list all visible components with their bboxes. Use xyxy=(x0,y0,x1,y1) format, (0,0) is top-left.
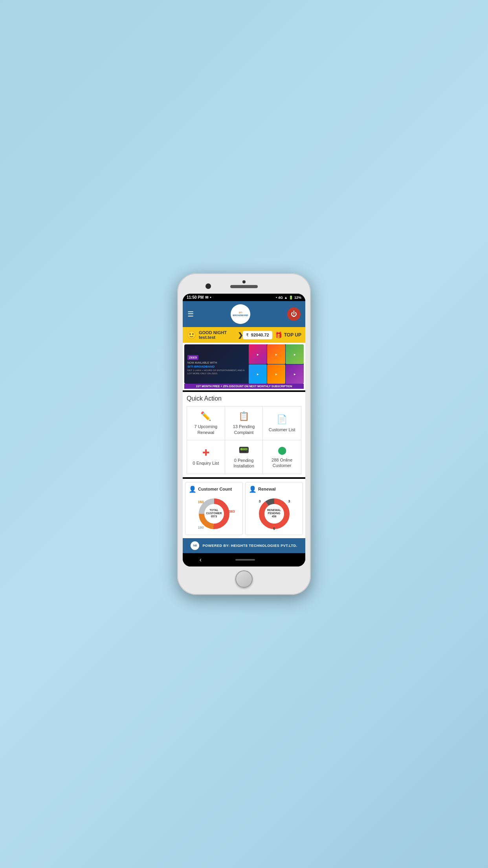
balance-section: ₹ 92040.72 xyxy=(243,331,272,339)
renewal-chart: 👤 Renewal RENEWAL PENDING 458 3 3 5 xyxy=(245,482,303,535)
customer-count-chart: 👤 Customer Count TOTAL CUSTOMER 0573 xyxy=(185,482,243,535)
complaint-icon: 📋 xyxy=(238,411,249,421)
signal-icon: ▲ xyxy=(284,296,288,300)
wallet-icon: 🎁 xyxy=(275,331,283,339)
power-button[interactable]: ⏻ xyxy=(287,307,301,321)
banner-available-text: NOW AVAILABLE WITH xyxy=(187,361,246,364)
quick-action-section: Quick Action ✏️ 7 UpcomingRenewal 📋 13 P… xyxy=(183,392,305,477)
promotion-banner: ZEE5 NOW AVAILABLE WITH SITI BROADBAND G… xyxy=(183,343,305,390)
renewal-label-3-right: 3 xyxy=(288,499,290,503)
renewal-label-3-left: 3 xyxy=(259,499,261,503)
action-upcoming-renewal[interactable]: ✏️ 7 UpcomingRenewal xyxy=(187,406,225,440)
footer-logo: h8 xyxy=(191,541,199,550)
customer-count-label-383: 383 xyxy=(229,509,235,513)
renewal-donut: RENEWAL PENDING 458 3 3 5 xyxy=(257,496,292,531)
online-indicator-icon: ⬤ xyxy=(278,445,286,455)
pencil-icon: ✏️ xyxy=(200,411,211,421)
action-grid: ✏️ 7 UpcomingRenewal 📋 13 PendingComplai… xyxy=(187,406,301,474)
customer-count-center: TOTAL CUSTOMER 0573 xyxy=(206,509,222,519)
nav-bar: ‹ xyxy=(183,553,305,566)
pending-complaint-label: 13 PendingComplaint xyxy=(233,424,255,435)
smiley-icon: 🙂 xyxy=(187,330,196,340)
status-dot: • xyxy=(210,295,211,300)
banner-left-content: ZEE5 NOW AVAILABLE WITH SITI BROADBAND G… xyxy=(184,350,249,379)
greeting-arrow-icon: ❯ xyxy=(238,331,243,339)
topup-label: TOP UP xyxy=(284,332,301,338)
menu-button[interactable]: ☰ xyxy=(187,310,194,318)
renewal-label-5: 5 xyxy=(273,527,275,531)
banner-image: ZEE5 NOW AVAILABLE WITH SITI BROADBAND G… xyxy=(184,344,304,384)
status-time: 11:50 PM xyxy=(187,295,204,300)
app-header: ☰ SITI BROADBAND ⏻ xyxy=(183,301,305,327)
banner-thumb-6: ▶ xyxy=(286,364,304,384)
action-pending-complaint[interactable]: 📋 13 PendingComplaint xyxy=(225,406,263,440)
banner-thumb-1: ▶ xyxy=(249,344,267,364)
greeting-bar: 🙂 GOOD NIGHT test.test ❯ ₹ 92040.72 🎁 TO… xyxy=(183,327,305,343)
plus-icon: ✚ xyxy=(202,448,209,458)
banner-thumb-2: ▶ xyxy=(267,344,285,364)
balance-amount: 92040.72 xyxy=(251,333,269,337)
banner-thumb-3: ▶ xyxy=(286,344,304,364)
app-logo: SITI BROADBAND xyxy=(231,304,250,324)
back-button[interactable]: ‹ xyxy=(200,556,202,563)
customer-count-person-icon: 👤 xyxy=(189,485,196,493)
customer-list-label: Customer List xyxy=(269,427,295,432)
customer-count-donut: TOTAL CUSTOMER 0573 383 183 190 xyxy=(196,496,232,531)
quick-action-title: Quick Action xyxy=(187,395,301,402)
banner-footer-text: 1ST MONTH FREE + 25% DISCOUNT ON NEXT MO… xyxy=(184,384,304,389)
online-customer-label: 288 OnlineCustomer xyxy=(272,457,292,469)
banner-right-thumbnails: ▶ ▶ ▶ ▶ ▶ ▶ xyxy=(249,344,304,384)
battery-percent: 12% xyxy=(294,296,301,300)
footer-powered-text: POWERED BY: HEIGHT8 TECHNOLOGIES PVT.LTD… xyxy=(202,544,297,548)
upcoming-renewal-label: 7 UpcomingRenewal xyxy=(194,424,217,435)
topup-button[interactable]: 🎁 TOP UP xyxy=(275,331,301,339)
customer-count-label-183: 183 xyxy=(198,500,204,504)
action-pending-installation[interactable]: 📟 0 PendingInstallation xyxy=(225,440,263,474)
renewal-title: Renewal xyxy=(258,487,276,491)
banner-broadband-text: SITI BROADBAND xyxy=(187,365,246,368)
home-button[interactable] xyxy=(235,570,253,588)
action-online-customer[interactable]: ⬤ 288 OnlineCustomer xyxy=(263,440,301,474)
footer-bar: h8 POWERED BY: HEIGHT8 TECHNOLOGIES PVT.… xyxy=(183,538,305,553)
action-customer-list[interactable]: 📄 Customer List xyxy=(263,406,301,440)
banner-thumb-5: ▶ xyxy=(267,364,285,384)
network-type: 4G xyxy=(278,296,283,300)
enquiry-list-label: 0 Enquiry List xyxy=(193,460,219,466)
rupee-icon: ₹ xyxy=(246,333,249,338)
battery-icon: 🔋 xyxy=(289,296,293,300)
greeting-text: GOOD NIGHT test.test xyxy=(199,330,235,340)
status-bar: 11:50 PM ✉ • • 4G ▲ 🔋 12% xyxy=(183,294,305,301)
speaker-grille xyxy=(230,285,258,288)
network-dot: • xyxy=(276,296,277,300)
installation-icon: 📟 xyxy=(238,445,249,455)
home-indicator[interactable] xyxy=(235,559,255,561)
banner-thumb-4: ▶ xyxy=(249,364,267,384)
power-icon: ⏻ xyxy=(291,311,297,318)
renewal-center: RENEWAL PENDING 458 xyxy=(267,509,281,519)
customer-count-label-190: 190 xyxy=(198,526,204,530)
speaker-dot xyxy=(242,280,246,283)
pending-installation-label: 0 PendingInstallation xyxy=(233,458,254,469)
renewal-person-icon: 👤 xyxy=(249,485,257,493)
gmail-icon: ✉ xyxy=(205,295,208,300)
charts-section: 👤 Customer Count TOTAL CUSTOMER 0573 xyxy=(183,479,305,538)
customer-count-title: Customer Count xyxy=(198,487,232,491)
action-enquiry-list[interactable]: ✚ 0 Enquiry List xyxy=(187,440,225,474)
phone-screen: 11:50 PM ✉ • • 4G ▲ 🔋 12% ☰ SITI BROADBA… xyxy=(183,294,305,566)
banner-description: GET 1 LAKH + HOURS OF ENTERTAINMENT, AND… xyxy=(187,369,246,375)
zee5-logo: ZEE5 xyxy=(187,355,198,360)
list-icon: 📄 xyxy=(277,414,287,425)
